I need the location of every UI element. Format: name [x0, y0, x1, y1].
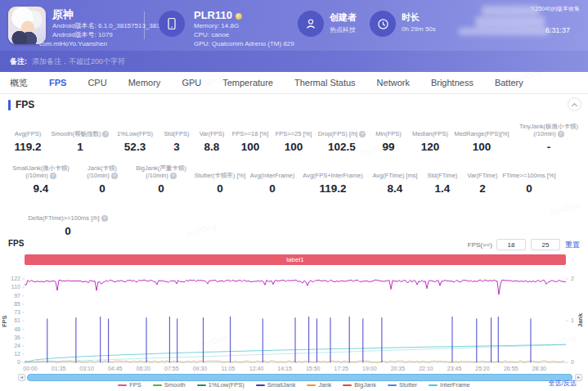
tab-memory[interactable]: Memory: [128, 78, 161, 88]
tab-fps[interactable]: FPS: [49, 78, 66, 88]
fps-chart[interactable]: 01224364861738597110122012FPSJank00:0001…: [0, 266, 588, 374]
info-icon[interactable]: ?: [50, 173, 56, 179]
metric-cell: Drop(FPS) [/h]?102.5: [316, 123, 368, 153]
chart-legend: FPSSmooth1%Low(FPS)SmallJankJankBigJankS…: [0, 381, 588, 389]
header: 原神 Android版本名: 6.1.0_38157513_383... And…: [0, 0, 588, 51]
info-icon[interactable]: ?: [558, 131, 564, 137]
svg-text:85: 85: [14, 301, 20, 307]
metric-label: Var(FPS): [200, 123, 225, 137]
metric-cell: Avg(FTime) [ms]8.4: [368, 164, 422, 195]
metric-cell: FPS>=25 [%]100: [272, 123, 316, 153]
tab-temperature[interactable]: Temperature: [222, 78, 273, 88]
legend-label: 1%Low(FPS): [209, 381, 245, 389]
legend-color-dash: [343, 384, 352, 386]
metric-value: 0: [99, 182, 105, 195]
metric-cell: TinyJank(极微小卡顿)(/10min)?-: [512, 123, 586, 153]
legend-item-fps[interactable]: FPS: [118, 381, 141, 389]
legend-item-jank[interactable]: Jank: [307, 381, 331, 389]
svg-text:14:15: 14:15: [277, 366, 292, 371]
clock-icon: [377, 18, 389, 30]
metric-label: Min(FPS): [375, 123, 402, 137]
remark-bar[interactable]: 备注: 添加备注，不超过200个字符: [0, 51, 588, 72]
info-icon[interactable]: ?: [102, 131, 109, 137]
legend-label: Stutter: [399, 381, 417, 389]
tab-cpu[interactable]: CPU: [88, 78, 106, 88]
metric-cell: Stutter(卡顿率) [%]0: [193, 164, 247, 195]
metric-value: 2: [479, 182, 486, 195]
app-name: 原神: [52, 7, 74, 22]
svg-text:12:40: 12:40: [249, 366, 264, 371]
svg-text:20:35: 20:35: [391, 366, 406, 371]
legend-item-bigjank[interactable]: BigJank: [343, 381, 376, 389]
device-name: PLR110: [194, 9, 242, 21]
tab-network[interactable]: Network: [377, 78, 410, 88]
metric-label: Jank(卡顿)(/10min)?: [87, 164, 118, 179]
metric-cell: Var(FPS)8.8: [195, 123, 229, 153]
metric-label: Std(FPS): [164, 123, 190, 137]
legend-label: Jank: [318, 381, 331, 389]
info-icon[interactable]: ?: [359, 131, 366, 137]
tab-brightness[interactable]: Brightness: [431, 78, 474, 88]
device-gpu: GPU: Qualcomm Adreno (TM) 829: [194, 40, 294, 47]
collapse-button[interactable]: [568, 97, 581, 111]
metric-value: 0: [158, 182, 164, 195]
legend-color-dash: [256, 384, 265, 386]
legend-item-1-low-fps-[interactable]: 1%Low(FPS): [197, 381, 245, 389]
metric-label: 1%Low(FPS): [117, 123, 153, 137]
svg-text:0: 0: [17, 359, 20, 365]
legend-item-interframe[interactable]: InterFrame: [429, 381, 470, 389]
metric-cell: Std(FTime)1.4: [422, 164, 463, 195]
scrollbar-track[interactable]: [27, 374, 572, 381]
svg-text:19:00: 19:00: [362, 366, 377, 371]
metric-cell: Avg(FPS)119.2: [7, 123, 49, 153]
metric-value: 1: [77, 141, 83, 153]
svg-text:73: 73: [14, 309, 20, 315]
svg-text:28:30: 28:30: [532, 366, 546, 371]
svg-text:97: 97: [14, 293, 20, 299]
metric-value: 0: [65, 225, 71, 237]
svg-text:00:00: 00:00: [23, 366, 38, 371]
chevron-up-icon: [572, 103, 577, 109]
reset-link[interactable]: 重置: [565, 240, 580, 250]
select-all-link[interactable]: 全选/反选: [549, 379, 577, 388]
svg-text:25:20: 25:20: [475, 366, 490, 371]
svg-text:36: 36: [14, 335, 20, 340]
legend-label: Smooth: [164, 381, 186, 389]
metric-cell: FPS>=18 [%]100: [229, 123, 272, 153]
svg-text:48: 48: [14, 326, 20, 332]
metric-cell: Smooth(顺畅指数)?1: [49, 123, 111, 153]
svg-text:17:25: 17:25: [334, 366, 349, 371]
tab-概览[interactable]: 概览: [10, 77, 28, 89]
legend-color-dash: [153, 384, 162, 386]
metric-label: FTime>=100ms [%]: [502, 164, 555, 179]
device-memory: Memory: 14.8G: [194, 22, 239, 29]
metric-value: 100: [285, 141, 303, 153]
svg-text:15:50: 15:50: [306, 366, 321, 371]
info-icon[interactable]: ?: [101, 215, 108, 222]
tab-gpu[interactable]: GPU: [182, 78, 201, 88]
threshold-input-2[interactable]: [531, 239, 560, 250]
tab-thermal-status[interactable]: Thermal Status: [294, 78, 356, 88]
svg-text:03:10: 03:10: [79, 366, 94, 371]
metric-label: BigJank(严重卡顿)(/10min)?: [136, 164, 186, 179]
info-icon[interactable]: ?: [170, 173, 177, 179]
app-icon: [8, 7, 46, 44]
metric-value: 52.3: [124, 141, 146, 153]
metric-value: 0: [217, 182, 223, 195]
metric-value: 100: [241, 141, 260, 153]
section-title: FPS: [16, 99, 34, 110]
chart-scrollbar: ◂ ▸: [18, 374, 582, 381]
creator-label: 创建者: [330, 11, 357, 24]
legend-item-smooth[interactable]: Smooth: [153, 381, 186, 389]
metric-label: Delta(FTime)>=100ms [/h]?: [28, 207, 107, 222]
scrollbar-left-arrow[interactable]: ◂: [18, 374, 25, 381]
svg-text:Jank: Jank: [577, 312, 584, 327]
metric-cell: MedRange(FPS)[%]100: [451, 123, 512, 153]
info-icon[interactable]: ?: [111, 173, 118, 179]
legend-item-smalljank[interactable]: SmallJank: [256, 381, 296, 389]
duration-label: 时长: [402, 11, 420, 24]
legend-item-stutter[interactable]: Stutter: [388, 381, 417, 389]
metric-value: 99: [382, 141, 394, 153]
tab-battery[interactable]: Battery: [495, 78, 523, 88]
threshold-input-1[interactable]: [496, 239, 526, 250]
